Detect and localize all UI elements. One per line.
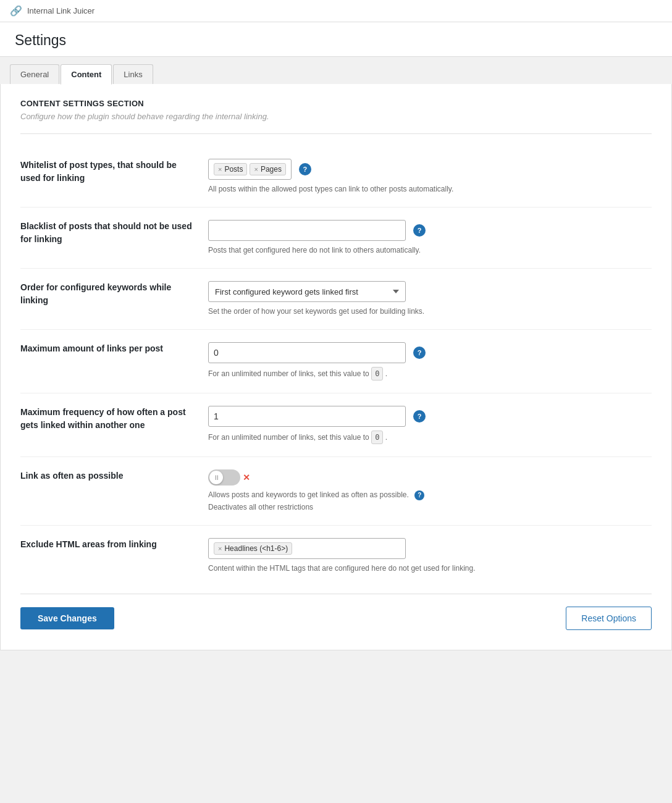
link-often-help-icon[interactable]: ? [414,490,424,500]
max-frequency-badge: 0 [371,431,383,444]
link-often-toggle[interactable]: ⏸ [208,469,240,486]
top-bar: 🔗 Internal Link Juicer [0,0,672,22]
setting-label-whitelist: Whitelist of post types, that should be … [20,159,193,185]
setting-row-exclude-html: Exclude HTML areas from linking × Headli… [20,526,652,586]
max-frequency-help-icon[interactable]: ? [413,410,426,423]
tag-headlines-remove[interactable]: × [218,545,222,552]
whitelist-tag-input[interactable]: × Posts × Pages [208,159,292,180]
setting-control-whitelist: × Posts × Pages ? All posts within the a… [208,159,652,195]
footer-bar: Save Changes Reset Options [20,594,652,630]
section-divider [20,133,652,134]
setting-row-blacklist: Blacklist of posts that should not be us… [20,208,652,269]
blacklist-input[interactable] [208,220,406,241]
tab-content[interactable]: Content [61,64,112,85]
main-content: CONTENT SETTINGS SECTION Configure how t… [0,84,672,650]
tag-pages: × Pages [250,163,285,175]
setting-row-whitelist: Whitelist of post types, that should be … [20,146,652,208]
setting-row-max-links: Maximum amount of links per post ? For a… [20,330,652,393]
blacklist-desc: Posts that get configured here do not li… [208,245,652,256]
setting-control-max-links: ? For an unlimited number of links, set … [208,342,652,380]
setting-row-max-frequency: Maximum frequency of how often a post ge… [20,393,652,457]
plugin-icon: 🔗 [10,5,22,17]
tag-headlines: × Headlines (<h1-6>) [214,542,292,555]
setting-control-max-frequency: ? For an unlimited number of links, set … [208,406,652,444]
max-links-help-icon[interactable]: ? [413,347,426,359]
setting-label-max-frequency: Maximum frequency of how often a post ge… [20,406,193,432]
section-desc: Configure how the plugin should behave r… [20,112,652,121]
setting-control-blacklist: ? Posts that get configured here do not … [208,220,652,256]
setting-label-link-often: Link as often as possible [20,469,193,482]
max-frequency-desc: For an unlimited number of links, set th… [208,431,652,444]
toggle-off-icon: ✕ [243,473,250,482]
keyword-order-desc: Set the order of how your set keywords g… [208,306,652,317]
setting-label-max-links: Maximum amount of links per post [20,342,193,355]
reset-button[interactable]: Reset Options [566,607,652,630]
setting-row-keyword-order: Order for configured keywords while link… [20,269,652,330]
setting-label-blacklist: Blacklist of posts that should not be us… [20,220,193,246]
tag-posts-remove[interactable]: × [218,166,222,173]
setting-row-link-often: Link as often as possible ⏸ ✕ Allows pos… [20,457,652,526]
max-frequency-input[interactable] [208,406,406,427]
setting-control-link-often: ⏸ ✕ Allows posts and keywords to get lin… [208,469,652,513]
exclude-html-desc: Content within the HTML tags that are co… [208,563,652,574]
blacklist-help-icon[interactable]: ? [413,224,426,237]
whitelist-desc: All posts within the allowed post types … [208,183,652,195]
section-header: CONTENT SETTINGS SECTION Configure how t… [20,99,652,121]
tag-posts: × Posts [214,163,247,175]
whitelist-help-icon[interactable]: ? [299,163,311,175]
setting-label-keyword-order: Order for configured keywords while link… [20,281,193,307]
page-header: Settings [0,22,672,57]
plugin-title: Internal Link Juicer [27,6,94,15]
exclude-html-tag-input[interactable]: × Headlines (<h1-6>) [208,538,406,559]
max-links-desc: For an unlimited number of links, set th… [208,367,652,380]
save-button[interactable]: Save Changes [20,607,114,629]
setting-control-exclude-html: × Headlines (<h1-6>) Content within the … [208,538,652,574]
page-title: Settings [15,32,657,49]
tag-pages-remove[interactable]: × [254,166,258,173]
setting-label-exclude-html: Exclude HTML areas from linking [20,538,193,551]
section-title: CONTENT SETTINGS SECTION [20,99,652,108]
max-links-input[interactable] [208,342,406,363]
tab-links[interactable]: Links [113,64,153,84]
tab-bar: General Content Links [0,57,672,84]
link-often-desc1: Allows posts and keywords to get linked … [208,489,652,500]
link-often-desc2: Deactivates all other restrictions [208,502,652,513]
setting-control-keyword-order: First configured keyword gets linked fir… [208,281,652,317]
keyword-order-select[interactable]: First configured keyword gets linked fir… [208,281,406,302]
max-links-badge: 0 [371,367,383,380]
tab-general[interactable]: General [10,64,59,84]
